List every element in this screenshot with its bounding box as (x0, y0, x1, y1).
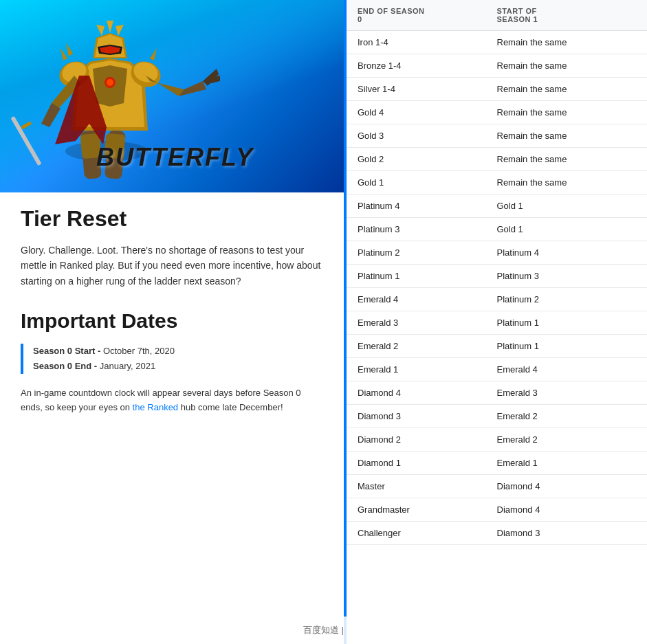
table-row: Emerald 1 Emerald 4 (347, 358, 647, 381)
start-of-season-cell: Gold 1 (497, 201, 637, 211)
start-of-season-cell: Emerald 2 (497, 411, 637, 421)
start-of-season-cell: Remain the same (497, 84, 637, 94)
end-of-season-cell: Emerald 4 (358, 294, 497, 304)
table-row: Diamond 3 Emerald 2 (347, 405, 647, 428)
hero-image-area: BUTTERFLY (0, 0, 344, 192)
end-of-season-cell: Platinum 4 (358, 201, 497, 211)
col1-header-line2: 0 (358, 15, 497, 23)
table-row: Gold 2 Remain the same (347, 148, 647, 171)
start-of-season-cell: Remain the same (497, 177, 637, 188)
svg-point-6 (107, 79, 113, 86)
start-of-season-cell: Platinum 2 (497, 294, 637, 304)
tier-reset-description: Glory. Challenge. Loot. There's no short… (21, 243, 323, 289)
watermark: 百度知道 | (0, 617, 647, 644)
end-of-season-cell: Diamond 3 (358, 411, 497, 421)
table-row: Platinum 2 Platinum 4 (347, 241, 647, 265)
ranked-hub-link[interactable]: the Ranked (133, 402, 179, 412)
end-of-season-cell: Diamond 4 (358, 388, 497, 398)
start-of-season-cell: Diamond 3 (497, 528, 637, 538)
left-content: Tier Reset Glory. Challenge. Loot. There… (0, 192, 344, 429)
col2-header-line2: SEASON 1 (497, 15, 637, 23)
end-of-season-cell: Platinum 2 (358, 247, 497, 258)
table-header: END OF SEASON 0 START OF SEASON 1 (347, 0, 647, 31)
table-row: Platinum 1 Platinum 3 (347, 265, 647, 288)
col1-header: END OF SEASON 0 (358, 7, 497, 23)
end-of-season-cell: Gold 1 (358, 177, 497, 188)
end-of-season-cell: Emerald 2 (358, 341, 497, 351)
watermark-text: 百度知道 | (303, 624, 344, 636)
end-of-season-cell: Grandmaster (358, 504, 497, 515)
table-row: Challenger Diamond 3 (347, 522, 647, 545)
start-of-season-cell: Remain the same (497, 60, 637, 71)
svg-marker-11 (61, 48, 67, 60)
col2-header-line1: START OF (497, 7, 637, 15)
tier-reset-title: Tier Reset (21, 206, 323, 232)
start-of-season-cell: Emerald 1 (497, 458, 637, 468)
table-row: Iron 1-4 Remain the same (347, 31, 647, 54)
season-end-line: Season 0 End - January, 2021 (33, 359, 323, 374)
end-of-season-cell: Gold 4 (358, 107, 497, 118)
svg-marker-18 (116, 25, 124, 36)
dates-note: An in-game countdown clock will appear s… (21, 386, 323, 415)
table-row: Bronze 1-4 Remain the same (347, 54, 647, 78)
start-of-season-cell: Diamond 4 (497, 504, 637, 515)
start-of-season-cell: Emerald 4 (497, 364, 637, 375)
table-row: Master Diamond 4 (347, 475, 647, 498)
end-of-season-cell: Gold 3 (358, 131, 497, 141)
table-row: Diamond 2 Emerald 2 (347, 428, 647, 452)
season-end-value: January, 2021 (97, 361, 155, 371)
table-row: Platinum 3 Gold 1 (347, 218, 647, 241)
end-of-season-cell: Gold 2 (358, 154, 497, 164)
table-row: Gold 4 Remain the same (347, 101, 647, 124)
dates-box: Season 0 Start - October 7th, 2020 Seaso… (21, 344, 323, 374)
start-of-season-cell: Platinum 4 (497, 247, 637, 258)
end-of-season-cell: Master (358, 481, 497, 491)
end-of-season-cell: Platinum 1 (358, 271, 497, 281)
table-row: Emerald 4 Platinum 2 (347, 288, 647, 311)
left-panel: BUTTERFLY Tier Reset Glory. Challenge. L… (0, 0, 344, 644)
season-start-value: October 7th, 2020 (100, 346, 175, 356)
end-of-season-cell: Challenger (358, 528, 497, 538)
end-of-season-cell: Iron 1-4 (358, 37, 497, 47)
start-of-season-cell: Gold 1 (497, 224, 637, 234)
butterfly-label: BUTTERFLY (96, 143, 254, 172)
table-body: Iron 1-4 Remain the same Bronze 1-4 Rema… (347, 31, 647, 545)
right-panel[interactable]: END OF SEASON 0 START OF SEASON 1 Iron 1… (347, 0, 647, 644)
svg-marker-17 (96, 25, 105, 36)
start-of-season-cell: Emerald 2 (497, 434, 637, 445)
table-row: Diamond 1 Emerald 1 (347, 452, 647, 475)
table-row: Platinum 4 Gold 1 (347, 195, 647, 218)
start-of-season-cell: Diamond 4 (497, 481, 637, 491)
end-of-season-cell: Diamond 2 (358, 434, 497, 445)
svg-marker-16 (107, 21, 113, 33)
end-of-season-cell: Emerald 3 (358, 318, 497, 328)
end-of-season-cell: Silver 1-4 (358, 84, 497, 94)
table-row: Grandmaster Diamond 4 (347, 498, 647, 522)
start-of-season-cell: Remain the same (497, 107, 637, 118)
svg-marker-12 (66, 43, 73, 56)
end-of-season-cell: Emerald 1 (358, 364, 497, 375)
svg-rect-15 (21, 121, 32, 129)
start-of-season-cell: Remain the same (497, 131, 637, 141)
end-of-season-cell: Bronze 1-4 (358, 60, 497, 71)
col2-header: START OF SEASON 1 (497, 7, 637, 23)
season-start-label: Season 0 Start - (33, 346, 100, 356)
start-of-season-cell: Platinum 1 (497, 318, 637, 328)
season-end-label: Season 0 End - (33, 361, 97, 371)
svg-marker-13 (150, 48, 157, 60)
start-of-season-cell: Remain the same (497, 154, 637, 164)
season-start-line: Season 0 Start - October 7th, 2020 (33, 344, 323, 359)
start-of-season-cell: Platinum 3 (497, 271, 637, 281)
end-of-season-cell: Platinum 3 (358, 224, 497, 234)
table-row: Emerald 3 Platinum 1 (347, 311, 647, 335)
table-row: Silver 1-4 Remain the same (347, 78, 647, 101)
start-of-season-cell: Remain the same (497, 37, 637, 47)
end-of-season-cell: Diamond 1 (358, 458, 497, 468)
start-of-season-cell: Emerald 3 (497, 388, 637, 398)
table-row: Gold 3 Remain the same (347, 124, 647, 148)
col1-header-line1: END OF SEASON (358, 7, 497, 15)
table-row: Emerald 2 Platinum 1 (347, 335, 647, 358)
start-of-season-cell: Platinum 1 (497, 341, 637, 351)
table-row: Diamond 4 Emerald 3 (347, 381, 647, 405)
table-row: Gold 1 Remain the same (347, 171, 647, 195)
